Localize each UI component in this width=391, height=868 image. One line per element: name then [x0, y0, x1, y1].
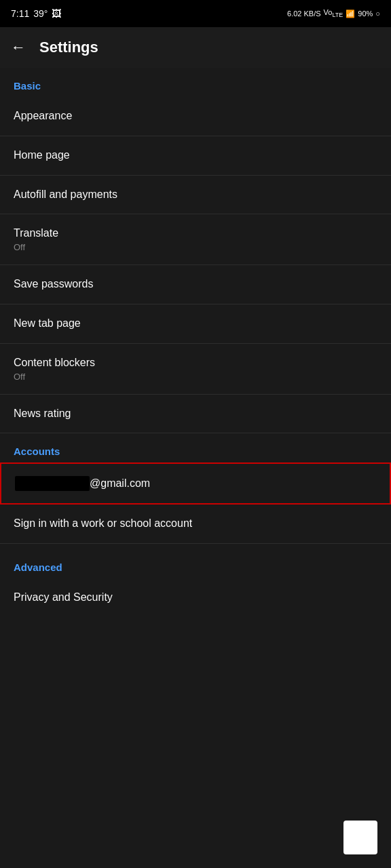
network-icon: VoLTE: [324, 8, 343, 18]
settings-item-subtitle: Off: [14, 372, 377, 382]
settings-item-gmail-account[interactable]: @gmail.com: [0, 462, 391, 505]
section-header-accounts: Accounts: [0, 433, 391, 462]
settings-item-translate[interactable]: Translate Off: [0, 214, 391, 265]
account-name-redacted: [15, 476, 90, 491]
fab-button[interactable]: [343, 821, 377, 854]
settings-item-new-tab[interactable]: New tab page: [0, 304, 391, 344]
settings-item-title: News rating: [14, 407, 377, 421]
photo-icon: 🖼: [52, 8, 61, 19]
section-header-advanced: Advanced: [0, 549, 391, 578]
settings-item-title: Privacy and Security: [14, 591, 377, 605]
temperature: 39°: [33, 8, 48, 19]
settings-item-title: Home page: [14, 149, 377, 163]
settings-item-news-rating[interactable]: News rating: [0, 395, 391, 434]
settings-item-title: Appearance: [14, 109, 377, 123]
settings-item-subtitle: Off: [14, 242, 377, 252]
settings-item-title: New tab page: [14, 317, 377, 331]
data-speed: 6.02 KB/S: [287, 9, 321, 18]
battery-text: 90%: [358, 9, 373, 18]
settings-item-title: Autofill and payments: [14, 188, 377, 202]
time: 7:11: [11, 8, 29, 19]
settings-item-save-passwords[interactable]: Save passwords: [0, 265, 391, 304]
advanced-section: Advanced Privacy and Security: [0, 544, 391, 617]
settings-item-work-account[interactable]: Sign in with a work or school account: [0, 505, 391, 544]
app-header: ← Settings: [0, 27, 391, 68]
settings-item-privacy-security[interactable]: Privacy and Security: [0, 578, 391, 617]
section-header-basic: Basic: [0, 68, 391, 97]
page-title: Settings: [39, 39, 98, 56]
account-item-content: @gmail.com: [15, 476, 376, 491]
status-left: 7:11 39° 🖼: [11, 8, 61, 19]
status-right: 6.02 KB/S VoLTE 📶 90% ○: [287, 8, 380, 18]
settings-item-autofill[interactable]: Autofill and payments: [0, 176, 391, 215]
settings-item-appearance[interactable]: Appearance: [0, 97, 391, 136]
settings-item-homepage[interactable]: Home page: [0, 136, 391, 176]
status-bar: 7:11 39° 🖼 6.02 KB/S VoLTE 📶 90% ○: [0, 0, 391, 27]
settings-content: Basic Appearance Home page Autofill and …: [0, 68, 391, 617]
settings-item-content-blockers[interactable]: Content blockers Off: [0, 344, 391, 395]
back-button[interactable]: ←: [11, 39, 26, 56]
settings-item-title: Content blockers: [14, 356, 377, 370]
battery-icon: ○: [375, 9, 380, 18]
signal-bars-icon: 📶: [346, 9, 355, 18]
settings-item-title: Translate: [14, 226, 377, 241]
settings-item-title: Sign in with a work or school account: [14, 517, 377, 531]
account-email: @gmail.com: [90, 477, 150, 490]
settings-item-title: Save passwords: [14, 277, 377, 292]
